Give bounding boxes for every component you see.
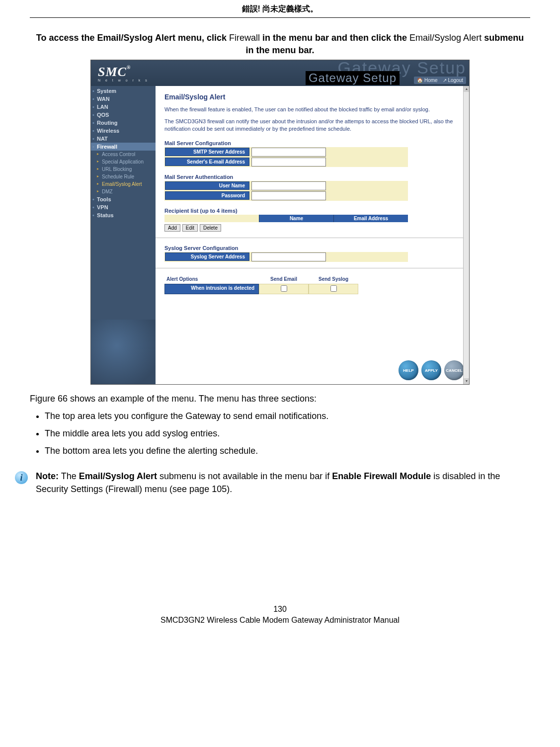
figure-caption: Figure 66 shows an example of the menu. … [30, 394, 530, 404]
nav-routing[interactable]: Routing [91, 119, 156, 127]
sidebar-decor-image [91, 320, 156, 384]
home-link-text: Home [424, 78, 438, 83]
input-user[interactable] [251, 181, 326, 190]
nav-wireless[interactable]: Wireless [91, 127, 156, 135]
bullet-1: The top area lets you configure the Gate… [45, 411, 530, 421]
row-user: User Name [164, 181, 408, 191]
input-syslog[interactable] [251, 252, 326, 261]
instruction-line: To access the Email/Syslog Alert menu, c… [35, 32, 525, 57]
th-empty [164, 215, 259, 222]
note-t1: The [59, 471, 79, 481]
sub-nav: Access Control Special Application URL B… [91, 151, 156, 195]
logo-sub: N e t w o r k s [98, 79, 149, 82]
row-smtp: SMTP Server Address [164, 147, 408, 157]
bullet-3: The bottom area lets you define the aler… [45, 446, 530, 456]
checkbox-intrusion-syslog[interactable] [330, 285, 337, 292]
th-send-email: Send Email [259, 274, 309, 284]
subnav-email-syslog-alert[interactable]: Email/Syslog Alert [91, 180, 156, 188]
section-syslog-cfg: Syslog Server Configuration [164, 245, 460, 251]
banner: SMC® N e t w o r k s Gateway Setup Gatew… [91, 60, 469, 86]
subnav-special-application[interactable]: Special Application [91, 158, 156, 166]
logo-reg: ® [127, 65, 131, 70]
instruction-pre: To access the Email/Syslog Alert menu, c… [36, 33, 229, 43]
bullets-list: The top area lets you configure the Gate… [45, 411, 530, 456]
row-pass: Password [164, 191, 408, 201]
cancel-button[interactable]: CANCEL [444, 360, 464, 380]
nav-system[interactable]: System [91, 87, 156, 95]
note-text: Note: The Email/Syslog Alert submenu is … [36, 470, 530, 495]
note-b1: Email/Syslog Alert [79, 471, 157, 481]
intro-para-2: The SMCD3GN3 firewall can notify the use… [164, 118, 460, 133]
nav-status[interactable]: Status [91, 211, 156, 219]
logout-link[interactable]: ↗ Logout [443, 78, 463, 83]
subnav-schedule-rule[interactable]: Schedule Rule [91, 173, 156, 180]
row-intrusion-label: When intrusion is detected [164, 284, 259, 294]
scrollbar[interactable]: ▴ ▾ [463, 86, 469, 384]
recipient-buttons: Add Edit Delete [164, 224, 460, 232]
alert-options-label: Alert Options [164, 274, 259, 284]
nav-vpn[interactable]: VPN [91, 203, 156, 211]
recipient-table-head: Name Email Address [164, 215, 408, 222]
checkbox-intrusion-email[interactable] [281, 285, 287, 292]
edit-button[interactable]: Edit [182, 224, 198, 232]
nav-firewall[interactable]: Firewall [91, 143, 156, 151]
scroll-down-icon[interactable]: ▾ [464, 378, 469, 384]
help-button[interactable]: HELP [399, 360, 418, 380]
note-b2: Enable Firewall Module [332, 471, 431, 481]
logo: SMC® [98, 65, 149, 80]
home-link[interactable]: 🏠 Home [417, 78, 437, 83]
logo-block: SMC® N e t w o r k s [98, 65, 149, 82]
footer-buttons: HELP APPLY CANCEL [399, 360, 464, 380]
intro-para-1: When the firewall feature is enabled, Th… [164, 106, 460, 113]
nav-top: System WAN LAN QOS Routing Wireless NAT … [91, 87, 156, 219]
section-recipients: Recipient list (up to 4 items) [164, 208, 460, 214]
add-button[interactable]: Add [164, 224, 180, 232]
nav-tools[interactable]: Tools [91, 195, 156, 203]
instruction-link-email: Email/Syslog Alert [409, 33, 481, 43]
instruction-mid: in the menu bar and then click the [260, 33, 409, 43]
info-icon: i [15, 471, 28, 484]
scroll-up-icon[interactable]: ▴ [464, 86, 469, 92]
delete-button[interactable]: Delete [200, 224, 221, 232]
subnav-dmz[interactable]: DMZ [91, 188, 156, 195]
nav-nat[interactable]: NAT [91, 135, 156, 143]
divider-1 [156, 238, 469, 238]
th-name: Name [259, 215, 333, 222]
nav-wan[interactable]: WAN [91, 95, 156, 103]
cell-intrusion-syslog [309, 284, 358, 294]
page-footer: 130 SMCD3GN2 Wireless Cable Modem Gatewa… [0, 605, 560, 625]
label-sender: Sender's E-mail Address [165, 158, 249, 166]
gateway-setup-label: Gateway Setup [306, 71, 400, 85]
top-links: 🏠 Home ↗ Logout [414, 77, 466, 84]
apply-button[interactable]: APPLY [421, 360, 441, 380]
section-mail-cfg: Mail Server Configuration [164, 140, 460, 146]
input-sender[interactable] [251, 158, 326, 166]
bullet-2: The middle area lets you add syslog entr… [45, 428, 530, 439]
router-screenshot: SMC® N e t w o r k s Gateway Setup Gatew… [90, 60, 470, 385]
manual-title: SMCD3GN2 Wireless Cable Modem Gateway Ad… [0, 616, 560, 625]
section-mail-auth: Mail Server Authentication [164, 174, 460, 180]
sidebar: System WAN LAN QOS Routing Wireless NAT … [91, 86, 156, 384]
content-title: Email/Syslog Alert [164, 93, 460, 101]
note-label: Note: [36, 471, 59, 481]
subnav-url-blocking[interactable]: URL Blocking [91, 166, 156, 173]
cell-intrusion-email [259, 284, 309, 294]
input-pass[interactable] [251, 191, 326, 200]
note-block: i Note: The Email/Syslog Alert submenu i… [15, 470, 530, 495]
logout-link-text: Logout [448, 78, 463, 83]
nav-qos[interactable]: QOS [91, 111, 156, 119]
th-email: Email Address [333, 215, 408, 222]
input-smtp[interactable] [251, 148, 326, 157]
row-sender: Sender's E-mail Address [164, 157, 408, 167]
note-t2: submenu is not available in the menu bar… [157, 471, 332, 481]
content-pane: Email/Syslog Alert When the firewall fea… [156, 86, 469, 384]
label-user: User Name [165, 181, 249, 190]
page-header-error: 錯誤! 尚未定義樣式。 [30, 0, 530, 18]
th-send-syslog: Send Syslog [309, 274, 358, 284]
divider-2 [156, 268, 469, 268]
nav-lan[interactable]: LAN [91, 103, 156, 111]
label-syslog: Syslog Server Address [165, 252, 249, 261]
row-syslog: Syslog Server Address [164, 252, 408, 262]
subnav-access-control[interactable]: Access Control [91, 151, 156, 158]
page-number: 130 [0, 605, 560, 614]
